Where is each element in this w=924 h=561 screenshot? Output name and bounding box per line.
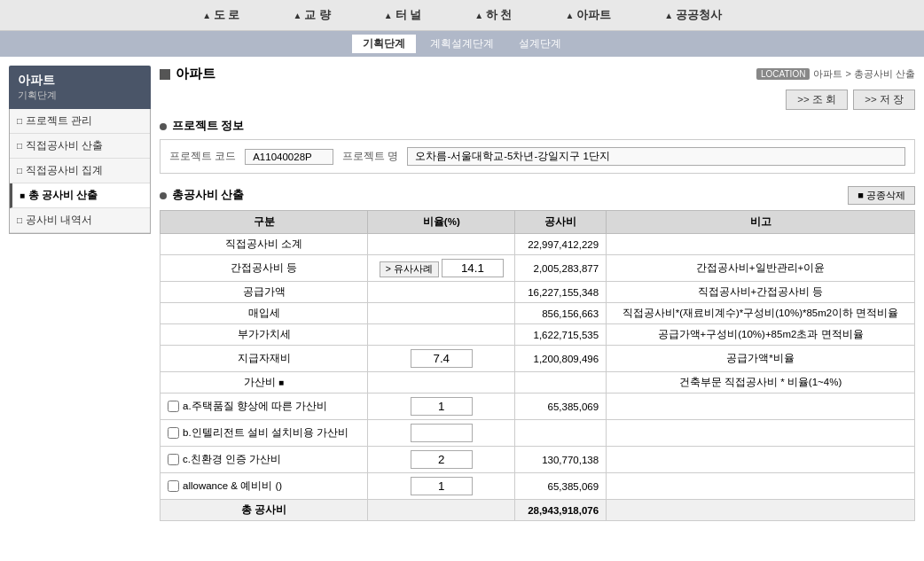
nav-public[interactable]: 공공청사: [664, 7, 722, 23]
cell-cost: 22,997,412,229: [515, 234, 607, 255]
cell-ratio: [368, 303, 515, 324]
total-cost-section-title: 총공사비 산출: [160, 188, 244, 203]
cell-cost: 130,770,138: [515, 447, 607, 473]
project-info-section-title: 프로젝트 정보: [160, 119, 915, 134]
cell-ratio: [368, 420, 515, 447]
table-row: 지급자재비 1,200,809,496 공급가액*비율: [161, 346, 915, 372]
checkbox-c[interactable]: [168, 454, 179, 465]
checkbox-a[interactable]: [168, 401, 179, 412]
sidebar-title: 아파트 기획단계: [9, 66, 151, 109]
cell-note: [607, 447, 915, 473]
save-button[interactable]: >> 저 장: [853, 90, 915, 110]
cell-note: 공급가액+구성비(10%)+85m2초과 면적비율: [607, 324, 915, 346]
cell-ratio: [368, 447, 515, 473]
col-header-cost: 공사비: [515, 211, 607, 234]
cell-ratio: [368, 393, 515, 420]
cell-category: 공급가액: [161, 282, 368, 303]
delete-type-button[interactable]: ■ 공종삭제: [848, 186, 915, 205]
nav-road[interactable]: 도 로: [202, 7, 239, 23]
cell-note: [607, 393, 915, 420]
cell-note: 공급가액*비율: [607, 346, 915, 372]
table-row: 간접공사비 등 > 유사사례 2,005,283,877 간접공사비+일반관리+…: [161, 255, 915, 282]
cell-cost: 65,385,069: [515, 393, 607, 420]
section-dot-2-icon: [160, 192, 167, 199]
cell-cost: 2,005,283,877: [515, 255, 607, 282]
cell-ratio: [368, 372, 515, 393]
table-row: 공급가액 16,227,155,348 직접공사비+간접공사비 등: [161, 282, 915, 303]
sidebar: 아파트 기획단계 프로젝트 관리 직접공사비 산출 직접공사비 집계 총 공사비…: [9, 66, 151, 553]
sidebar-item-direct-cost-summary[interactable]: 직접공사비 집계: [10, 159, 150, 183]
ratio-input-a[interactable]: [411, 397, 473, 416]
cell-category: 매입세: [161, 303, 368, 324]
checkbox-b[interactable]: [168, 427, 179, 439]
cell-cost: 1,622,715,535: [515, 324, 607, 346]
cell-category: 가산비 ■: [161, 372, 368, 393]
cell-note: [607, 234, 915, 255]
ratio-input-b[interactable]: [411, 424, 473, 442]
table-row: 가산비 ■ 건축부문 직접공사비 * 비율(1~4%): [161, 372, 915, 393]
stage-bar: 기획단계 계획설계단계 설계단계: [0, 31, 924, 57]
main-layout: 아파트 기획단계 프로젝트 관리 직접공사비 산출 직접공사비 집계 총 공사비…: [0, 57, 924, 561]
cell-note: [607, 420, 915, 447]
cell-category: c.친환경 인증 가산비: [161, 447, 368, 473]
similar-case-button[interactable]: > 유사사례: [380, 261, 439, 277]
ratio-input-indirect[interactable]: [442, 259, 504, 277]
nav-river[interactable]: 하 천: [474, 7, 512, 23]
sidebar-item-total-cost[interactable]: 총 공사비 산출: [10, 183, 150, 208]
cell-note: [607, 500, 915, 521]
location-bar: LOCATION 아파트 > 총공사비 산출: [756, 67, 915, 81]
section-dot-icon: [160, 123, 167, 130]
sidebar-menu: 프로젝트 관리 직접공사비 산출 직접공사비 집계 총 공사비 산출 공사비 내…: [9, 109, 151, 234]
location-label: LOCATION: [756, 68, 810, 80]
checkbox-allowance[interactable]: [168, 480, 179, 492]
cell-ratio: [368, 234, 515, 255]
cell-ratio: [368, 324, 515, 346]
sidebar-item-project-management[interactable]: 프로젝트 관리: [10, 109, 150, 134]
col-header-category: 구분: [161, 211, 368, 234]
cell-category: 부가가치세: [161, 324, 368, 346]
cell-note: [607, 473, 915, 500]
project-name-label: 프로젝트 명: [342, 150, 398, 163]
page-title-icon: [160, 69, 170, 80]
table-row: 직접공사비 소계 22,997,412,229: [161, 234, 915, 255]
stage-planning[interactable]: 기획단계: [352, 35, 416, 53]
stage-design-planning[interactable]: 계획설계단계: [419, 35, 505, 53]
cell-cost: [515, 420, 607, 447]
cell-note: 직접공사비*(재료비계수)*구성비(10%)*85m2이하 면적비율: [607, 303, 915, 324]
total-cost-table: 구분 비율(%) 공사비 비고 직접공사비 소계 22,997,412,229 …: [160, 210, 915, 521]
top-navigation: 도 로 교 량 터 널 하 천 아파트 공공청사: [0, 0, 924, 31]
sidebar-item-cost-statement[interactable]: 공사비 내역서: [10, 208, 150, 233]
cell-category: 직접공사비 소계: [161, 234, 368, 255]
cell-cost: [515, 372, 607, 393]
project-info: 프로젝트 코드 A11040028P 프로젝트 명 오차름-서울대학교-5차년-…: [160, 139, 915, 174]
project-code-value: A11040028P: [245, 149, 333, 165]
ratio-input-material[interactable]: [411, 349, 473, 368]
table-row: a.주택품질 향상에 따른 가산비 65,385,069: [161, 393, 915, 420]
cell-cost: 1,200,809,496: [515, 346, 607, 372]
nav-tunnel[interactable]: 터 널: [384, 7, 421, 23]
table-row: b.인텔리전트 설비 설치비용 가산비: [161, 420, 915, 447]
stage-design[interactable]: 설계단계: [508, 35, 572, 53]
cell-note: 간접공사비+일반관리+이윤: [607, 255, 915, 282]
cell-note: 직접공사비+간접공사비 등: [607, 282, 915, 303]
cell-ratio: [368, 282, 515, 303]
cell-total-label: 총 공사비: [161, 500, 368, 521]
table-row: c.친환경 인증 가산비 130,770,138: [161, 447, 915, 473]
cell-ratio: [368, 500, 515, 521]
sidebar-item-direct-cost[interactable]: 직접공사비 산출: [10, 134, 150, 159]
ratio-input-allowance[interactable]: [411, 477, 473, 495]
nav-bridge[interactable]: 교 량: [294, 7, 331, 23]
cell-category: 지급자재비: [161, 346, 368, 372]
lookup-button[interactable]: >> 조 회: [786, 90, 848, 110]
cell-category: allowance & 예비비 (): [161, 473, 368, 500]
cell-total-cost: 28,943,918,076: [515, 500, 607, 521]
total-cost-header: 총공사비 산출 ■ 공종삭제: [160, 186, 915, 205]
col-header-ratio: 비율(%): [368, 211, 515, 234]
cell-cost: 16,227,155,348: [515, 282, 607, 303]
table-row: 매입세 856,156,663 직접공사비*(재료비계수)*구성비(10%)*8…: [161, 303, 915, 324]
nav-apartment[interactable]: 아파트: [565, 7, 611, 23]
project-code-label: 프로젝트 코드: [169, 150, 236, 163]
cell-ratio: > 유사사례: [368, 255, 515, 282]
ratio-input-c[interactable]: [411, 450, 473, 469]
action-buttons: >> 조 회 >> 저 장: [160, 90, 915, 110]
